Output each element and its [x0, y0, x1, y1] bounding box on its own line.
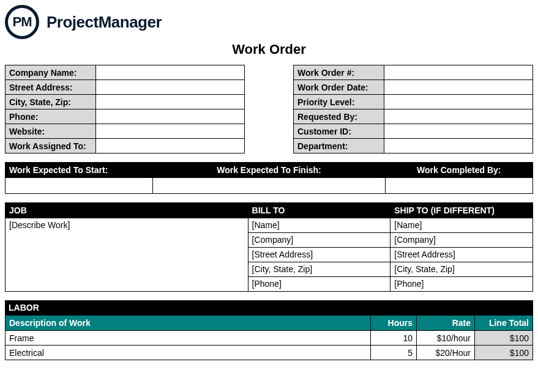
label-city-state-zip: City, State, Zip:: [6, 95, 96, 109]
label-customer-id: Customer ID:: [294, 124, 384, 139]
ship-to-street[interactable]: [Street Address]: [390, 248, 533, 262]
labor-row: Frame 10 $10/hour $100: [6, 331, 533, 346]
label-street-address: Street Address:: [6, 80, 96, 95]
value-customer-id[interactable]: [384, 124, 533, 139]
value-website[interactable]: [96, 124, 245, 139]
header-start: Work Expected To Start:: [6, 163, 153, 178]
labor-header-rate: Rate: [417, 316, 475, 331]
bill-to-csz[interactable]: [City, State, Zip]: [248, 262, 390, 277]
label-requested-by: Requested By:: [294, 109, 384, 124]
label-phone: Phone:: [6, 109, 96, 124]
header: PM ProjectManager: [5, 5, 533, 39]
value-work-assigned-to[interactable]: [96, 139, 245, 153]
describe-work[interactable]: [Describe Work]: [6, 218, 248, 292]
label-department: Department:: [294, 139, 384, 153]
value-work-order-date[interactable]: [384, 80, 533, 95]
value-work-order-no[interactable]: [384, 65, 533, 80]
labor-header-desc: Description of Work: [6, 316, 371, 331]
dates-table: Work Expected To Start: Work Expected To…: [5, 162, 533, 194]
labor-desc[interactable]: Frame: [6, 331, 371, 346]
labor-hours[interactable]: 10: [371, 331, 417, 346]
labor-hours[interactable]: 5: [371, 346, 417, 360]
info-section: Company Name: Street Address: City, Stat…: [5, 65, 533, 153]
value-finish[interactable]: [153, 178, 385, 194]
labor-table: Description of Work Hours Rate Line Tota…: [5, 315, 533, 360]
logo-icon: PM: [5, 5, 39, 39]
label-work-order-no: Work Order #:: [294, 65, 384, 80]
labor-section-title: LABOR: [5, 300, 533, 315]
bill-to-company[interactable]: [Company]: [248, 233, 390, 248]
ship-to-csz[interactable]: [City, State, Zip]: [390, 262, 533, 277]
value-phone[interactable]: [96, 109, 245, 124]
label-website: Website:: [6, 124, 96, 139]
header-completed: Work Completed By:: [385, 163, 532, 178]
value-requested-by[interactable]: [384, 109, 533, 124]
logo-text: PM: [13, 14, 32, 30]
brand-name: ProjectManager: [47, 13, 162, 32]
label-priority-level: Priority Level:: [294, 95, 384, 109]
labor-rate[interactable]: $20/Hour: [417, 346, 475, 360]
labor-desc[interactable]: Electrical: [6, 346, 371, 360]
value-company-name[interactable]: [96, 65, 245, 80]
labor-total: $100: [475, 346, 533, 360]
value-department[interactable]: [384, 139, 533, 153]
value-start[interactable]: [6, 178, 153, 194]
company-info-table: Company Name: Street Address: City, Stat…: [5, 65, 245, 153]
bill-to-street[interactable]: [Street Address]: [248, 248, 390, 262]
ship-to-name[interactable]: [Name]: [390, 218, 533, 233]
job-table: JOB BILL TO SHIP TO (IF DIFFERENT) [Desc…: [5, 202, 533, 292]
labor-row: Electrical 5 $20/Hour $100: [6, 346, 533, 360]
value-street-address[interactable]: [96, 80, 245, 95]
labor-header-hours: Hours: [371, 316, 417, 331]
header-bill-to: BILL TO: [248, 203, 390, 218]
ship-to-phone[interactable]: [Phone]: [390, 277, 533, 292]
labor-header-total: Line Total: [475, 316, 533, 331]
bill-to-name[interactable]: [Name]: [248, 218, 390, 233]
label-work-assigned-to: Work Assigned To:: [6, 139, 96, 153]
value-priority-level[interactable]: [384, 95, 533, 109]
labor-total: $100: [475, 331, 533, 346]
header-job: JOB: [6, 203, 248, 218]
ship-to-company[interactable]: [Company]: [390, 233, 533, 248]
page-title: Work Order: [5, 42, 533, 57]
value-city-state-zip[interactable]: [96, 95, 245, 109]
header-finish: Work Expected To Finish:: [153, 163, 385, 178]
value-completed[interactable]: [385, 178, 532, 194]
label-company-name: Company Name:: [6, 65, 96, 80]
order-info-table: Work Order #: Work Order Date: Priority …: [293, 65, 533, 153]
label-work-order-date: Work Order Date:: [294, 80, 384, 95]
bill-to-phone[interactable]: [Phone]: [248, 277, 390, 292]
header-ship-to: SHIP TO (IF DIFFERENT): [390, 203, 533, 218]
labor-rate[interactable]: $10/hour: [417, 331, 475, 346]
